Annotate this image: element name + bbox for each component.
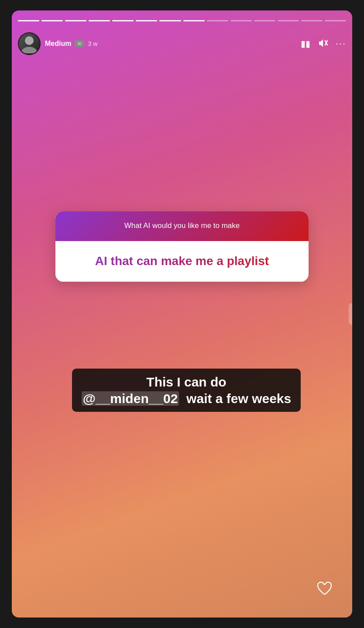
avatar[interactable] (18, 32, 41, 55)
svg-point-0 (25, 36, 34, 45)
progress-seg-5 (112, 20, 134, 21)
response-text-container: This I can do @__miden__02 wait a few we… (47, 369, 326, 412)
progress-seg-12 (278, 20, 299, 21)
progress-seg-11 (254, 20, 275, 21)
pause-button[interactable]: ▮▮ (301, 38, 310, 49)
poll-answer: AI that can make me a playlist (64, 253, 300, 269)
progress-seg-6 (136, 20, 157, 21)
progress-seg-2 (41, 20, 63, 21)
mute-button[interactable] (318, 39, 328, 49)
progress-seg-4 (89, 20, 110, 21)
username-label: Medium (45, 40, 71, 48)
header-info: Medium ID 3 w (45, 40, 301, 48)
progress-seg-9 (207, 20, 228, 21)
scroll-indicator (349, 303, 352, 325)
progress-seg-8 (183, 20, 205, 21)
heart-icon (316, 581, 333, 599)
header-actions: ▮▮ ··· (301, 38, 346, 49)
progress-seg-13 (301, 20, 323, 21)
progress-seg-1 (18, 20, 39, 21)
progress-bar-container (18, 20, 346, 21)
more-button[interactable]: ··· (336, 38, 346, 49)
progress-seg-7 (159, 20, 181, 21)
svg-point-1 (21, 47, 37, 53)
response-bubble: This I can do @__miden__02 wait a few we… (72, 369, 301, 412)
poll-card: What AI would you like me to make AI tha… (55, 211, 309, 282)
progress-seg-14 (325, 20, 346, 21)
poll-answer-section: AI that can make me a playlist (55, 241, 309, 282)
story-container: Medium ID 3 w ▮▮ ··· What AI would you l… (12, 10, 352, 618)
poll-header: What AI would you like me to make (55, 211, 309, 241)
verified-badge: ID (75, 40, 84, 47)
response-line1: This I can do (82, 374, 292, 390)
mention-tag[interactable]: @__miden__02 (82, 391, 179, 406)
progress-seg-10 (230, 20, 252, 21)
heart-button[interactable] (314, 579, 336, 601)
response-line2: @__miden__02 wait a few weeks (82, 390, 292, 407)
story-header: Medium ID 3 w ▮▮ ··· (18, 32, 346, 55)
time-ago-label: 3 w (88, 40, 97, 47)
progress-seg-3 (65, 20, 86, 21)
poll-question: What AI would you like me to make (64, 221, 300, 231)
